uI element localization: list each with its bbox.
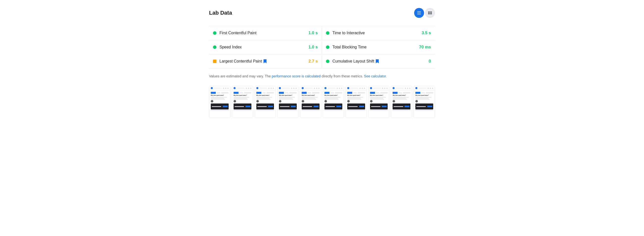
list-view-button[interactable]	[414, 8, 424, 18]
fcp-label: First Contentful Paint	[220, 31, 306, 35]
sim-page-header	[256, 92, 274, 94]
sim-logo	[392, 92, 398, 94]
address-bar	[418, 88, 426, 89]
address-bar	[305, 88, 313, 89]
sim-text-line	[279, 97, 295, 97]
lcp-status-square	[213, 60, 216, 63]
sim-page-header	[211, 92, 228, 94]
tbt-value: 70 ms	[419, 45, 431, 50]
sim-cta-button	[268, 106, 273, 107]
frame-content: Why does speed matter?	[232, 90, 253, 118]
see-calculator-link[interactable]: See calculator.	[364, 74, 387, 78]
sim-banner	[302, 103, 320, 109]
svg-rect-3	[428, 12, 430, 13]
browser-chrome	[323, 86, 344, 90]
browser-control	[223, 88, 224, 89]
sim-nav	[330, 92, 334, 93]
sim-nav	[353, 92, 357, 93]
browser-control	[386, 88, 388, 89]
sim-banner-text	[326, 106, 335, 107]
sim-avatar	[211, 100, 213, 102]
sim-url-bar	[302, 110, 320, 111]
browser-logo	[392, 87, 394, 89]
sim-cta-button	[314, 106, 318, 107]
sim-url-bar	[392, 110, 410, 111]
metric-row-si[interactable]: Speed Index 1.0 s	[209, 40, 322, 54]
sim-url-bar	[279, 110, 297, 111]
browser-control	[318, 88, 320, 89]
sim-search	[244, 92, 252, 93]
sim-nav	[421, 92, 425, 93]
svg-rect-2	[417, 14, 421, 14]
sim-url-bar	[234, 110, 252, 111]
filmstrip-frame: Why does speed matter?	[414, 86, 435, 118]
browser-chrome	[414, 86, 435, 90]
browser-control	[246, 88, 247, 89]
sim-logo	[347, 92, 352, 94]
lcp-value: 2.7 s	[308, 59, 318, 64]
sim-text-line	[324, 99, 338, 99]
view-controls	[414, 8, 435, 18]
sim-url-bar	[324, 110, 342, 111]
browser-logo	[211, 87, 213, 89]
metric-row-tbt[interactable]: Total Blocking Time 70 ms	[322, 40, 435, 54]
browser-control	[296, 88, 297, 89]
browser-control	[341, 88, 342, 89]
sim-banner-text	[234, 106, 244, 107]
sim-url-bar	[211, 110, 228, 111]
sim-search	[289, 92, 297, 93]
sim-text-line	[416, 99, 430, 99]
browser-control	[291, 88, 292, 89]
sim-url-bar	[370, 110, 388, 111]
sim-title: Why does speed matter?	[279, 95, 297, 96]
lab-data-section-header: Lab Data	[209, 8, 435, 18]
sim-search	[266, 92, 274, 93]
metric-row-cls[interactable]: Cumulative Layout Shift 0	[322, 54, 435, 68]
lcp-label: Largest Contentful Paint	[220, 59, 306, 64]
si-status-dot	[213, 45, 216, 49]
sim-title: Why does speed matter?	[392, 95, 410, 96]
sim-text-line	[392, 99, 407, 99]
sim-nav	[217, 92, 220, 93]
sim-text-line	[211, 97, 227, 97]
browser-control	[225, 88, 226, 89]
footnote-text-middle: directly from these metrics.	[321, 74, 364, 78]
sim-logo	[416, 92, 420, 94]
browser-chrome	[209, 86, 230, 90]
sim-avatar	[234, 100, 236, 102]
frame-content: Why does speed matter?	[255, 90, 276, 118]
browser-control	[250, 88, 252, 89]
browser-control	[273, 88, 274, 89]
sim-text-line	[279, 99, 293, 99]
sim-banner-text	[371, 106, 380, 107]
sim-text-line	[324, 98, 338, 98]
sim-title: Why does speed matter?	[234, 95, 252, 96]
metric-row-tti[interactable]: Time to Interactive 3.5 s	[322, 26, 435, 40]
browser-control	[428, 88, 429, 89]
browser-logo	[370, 87, 372, 89]
sim-avatar	[370, 100, 372, 102]
sim-logo	[370, 92, 375, 94]
footnote-text-before: Values are estimated and may vary. The	[209, 74, 272, 78]
frame-content: Why does speed matter?	[368, 90, 389, 118]
sim-logo	[279, 92, 284, 94]
metric-row-fcp[interactable]: First Contentful Paint 1.0 s	[209, 26, 322, 40]
browser-logo	[279, 87, 281, 89]
performance-score-link[interactable]: performance score is calculated	[272, 74, 321, 78]
browser-control	[293, 88, 294, 89]
address-bar	[282, 88, 290, 89]
sim-banner-text	[394, 106, 403, 107]
address-bar	[259, 88, 268, 89]
browser-control	[405, 88, 406, 89]
tbt-status-dot	[326, 45, 330, 49]
browser-control	[270, 88, 272, 89]
browser-chrome	[368, 86, 389, 90]
metric-row-lcp[interactable]: Largest Contentful Paint 2.7 s	[209, 54, 322, 68]
sim-search	[358, 92, 365, 93]
sim-search	[335, 92, 342, 93]
filmstrip-frame: Why does speed matter?	[368, 86, 390, 118]
detail-view-button[interactable]	[425, 8, 435, 18]
sim-avatar	[256, 100, 259, 102]
sim-page-header	[347, 92, 365, 94]
browser-chrome	[232, 86, 253, 90]
